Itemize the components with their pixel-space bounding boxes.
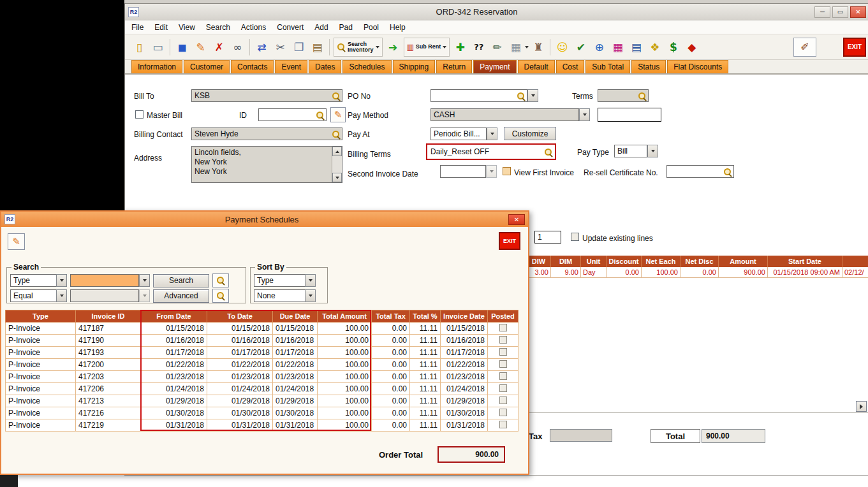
master-bill-checkbox[interactable]: [135, 110, 143, 119]
address-scrollbar[interactable]: [332, 147, 342, 182]
qty-field[interactable]: 1: [534, 231, 561, 244]
tab-cost[interactable]: Cost: [556, 60, 585, 73]
money-icon[interactable]: $: [664, 38, 682, 56]
notes-icon[interactable]: ✏: [488, 38, 506, 56]
sort-type-combo[interactable]: Type: [254, 274, 316, 287]
convert-order-icon[interactable]: ➔: [384, 38, 402, 56]
menu-edit[interactable]: Edit: [154, 23, 168, 32]
terms-field[interactable]: [598, 89, 649, 102]
advanced-button[interactable]: Advanced: [153, 289, 209, 303]
exit-button[interactable]: EXIT: [843, 38, 866, 57]
delete-icon[interactable]: ✗: [210, 38, 228, 56]
menu-view[interactable]: View: [179, 23, 195, 32]
smiley-icon[interactable]: ☺: [553, 38, 571, 56]
po-no-field[interactable]: [430, 89, 527, 102]
col-total-pct[interactable]: Total %: [410, 310, 441, 323]
col-unit[interactable]: Unit: [581, 256, 607, 267]
search-keyword-input[interactable]: [70, 274, 139, 287]
tab-flat-discounts[interactable]: Flat Discounts: [667, 60, 728, 73]
col-total-amount[interactable]: Total Amount: [318, 310, 372, 323]
menu-file[interactable]: File: [131, 23, 143, 32]
table-row[interactable]: P-Invoice 417190 01/16/2018 01/16/2018 0…: [6, 335, 519, 347]
second-invoice-date-dropdown[interactable]: [486, 165, 497, 178]
edit-icon[interactable]: ✎: [191, 38, 210, 56]
tab-status[interactable]: Status: [631, 60, 666, 73]
style-brush-button[interactable]: ✐: [793, 38, 816, 57]
update-existing-lines-checkbox[interactable]: [571, 233, 579, 241]
dialog-exit-button[interactable]: EXIT: [499, 232, 520, 250]
add-line-icon[interactable]: ✚: [451, 38, 469, 56]
pay-at-dropdown[interactable]: [487, 127, 497, 140]
tab-schedules[interactable]: Schedules: [342, 60, 391, 73]
tab-event[interactable]: Event: [275, 60, 307, 73]
find-page-button[interactable]: [212, 273, 229, 287]
tab-payment[interactable]: Payment: [473, 60, 516, 73]
address-box[interactable]: Lincoln fields, New York New York: [191, 146, 342, 183]
table-row[interactable]: P-Invoice 417216 01/30/2018 01/30/2018 0…: [6, 407, 519, 419]
posted-checkbox[interactable]: [499, 324, 507, 331]
cubes-icon[interactable]: ▦: [608, 38, 627, 56]
menu-actions[interactable]: Actions: [241, 23, 266, 32]
posted-checkbox[interactable]: [499, 384, 507, 392]
search-inventory-button[interactable]: Search Inventory: [334, 38, 383, 57]
scroll-down-button[interactable]: [332, 173, 342, 182]
search-operator-dropdown[interactable]: [56, 289, 67, 302]
edit-schedule-button[interactable]: ✎: [8, 233, 25, 250]
table-row[interactable]: P-Invoice 417200 01/22/2018 01/22/2018 0…: [6, 359, 519, 371]
search-type-dropdown[interactable]: [56, 274, 67, 287]
col-invoice-id[interactable]: Invoice ID: [76, 310, 141, 323]
table-row[interactable]: P-Invoice 417206 01/24/2018 01/24/2018 0…: [6, 383, 519, 395]
search-type-combo[interactable]: Type: [10, 274, 67, 287]
query-balls-icon[interactable]: ??: [469, 38, 488, 56]
menu-pad[interactable]: Pad: [339, 23, 353, 32]
tab-contacts[interactable]: Contacts: [231, 60, 274, 73]
po-no-dropdown[interactable]: [527, 89, 538, 102]
minimize-button[interactable]: ─: [814, 6, 830, 18]
col-invoice-date[interactable]: Invoice Date: [441, 310, 488, 323]
search-icon[interactable]: [517, 92, 526, 101]
dialog-close-button[interactable]: ✕: [508, 214, 525, 225]
search-keyword-dropdown[interactable]: [139, 274, 150, 287]
paste-icon[interactable]: ▤: [308, 38, 327, 56]
tab-customer[interactable]: Customer: [184, 60, 230, 73]
col-net-disc[interactable]: Net Disc: [680, 256, 719, 267]
posted-checkbox[interactable]: [499, 372, 507, 380]
maximize-button[interactable]: ▭: [832, 6, 848, 18]
table-row[interactable]: P-Invoice 417193 01/17/2018 01/17/2018 0…: [6, 347, 519, 359]
col-start-date[interactable]: Start Date: [768, 256, 842, 267]
posted-checkbox[interactable]: [499, 409, 507, 416]
edit-id-button[interactable]: ✎: [330, 107, 346, 122]
posted-checkbox[interactable]: [499, 396, 507, 404]
search-icon[interactable]: [316, 111, 325, 120]
sort-type-dropdown[interactable]: [305, 274, 316, 287]
pay-method-combo[interactable]: CASH: [430, 108, 579, 121]
col-type[interactable]: Type: [6, 310, 76, 323]
table-row[interactable]: P-Invoice 417187 01/15/2018 01/15/2018 0…: [6, 323, 519, 335]
new-icon[interactable]: ▯: [130, 38, 149, 56]
col-total-tax[interactable]: Total Tax: [372, 310, 410, 323]
key-icon[interactable]: ❖: [645, 38, 664, 56]
resell-certificate-field[interactable]: [666, 165, 734, 178]
col-dim[interactable]: DIM: [551, 256, 581, 267]
tab-return[interactable]: Return: [436, 60, 472, 73]
col-diw[interactable]: DIW: [527, 256, 551, 267]
table-row[interactable]: P-Invoice 417213 01/29/2018 01/29/2018 0…: [6, 395, 519, 407]
tab-default[interactable]: Default: [518, 60, 555, 73]
verify-icon[interactable]: ✔: [571, 38, 590, 56]
col-posted[interactable]: Posted: [488, 310, 519, 323]
second-invoice-date-field[interactable]: [440, 165, 486, 178]
posted-checkbox[interactable]: [499, 348, 507, 356]
tab-information[interactable]: Information: [131, 60, 182, 73]
pay-type-dropdown[interactable]: [647, 145, 658, 157]
view-first-invoice-checkbox[interactable]: [503, 167, 511, 175]
menu-convert[interactable]: Convert: [277, 23, 304, 32]
menu-pool[interactable]: Pool: [364, 23, 379, 32]
tab-dates[interactable]: Dates: [309, 60, 341, 73]
col-due-date[interactable]: Due Date: [273, 310, 318, 323]
col-to-date[interactable]: To Date: [207, 310, 273, 323]
globe-icon[interactable]: ⊕: [590, 38, 608, 56]
pay-type-combo[interactable]: Bill: [614, 145, 647, 157]
sub-rent-button[interactable]: ▥ Sub Rent: [404, 38, 450, 57]
search-icon[interactable]: [332, 92, 341, 101]
search-icon[interactable]: [332, 130, 341, 139]
